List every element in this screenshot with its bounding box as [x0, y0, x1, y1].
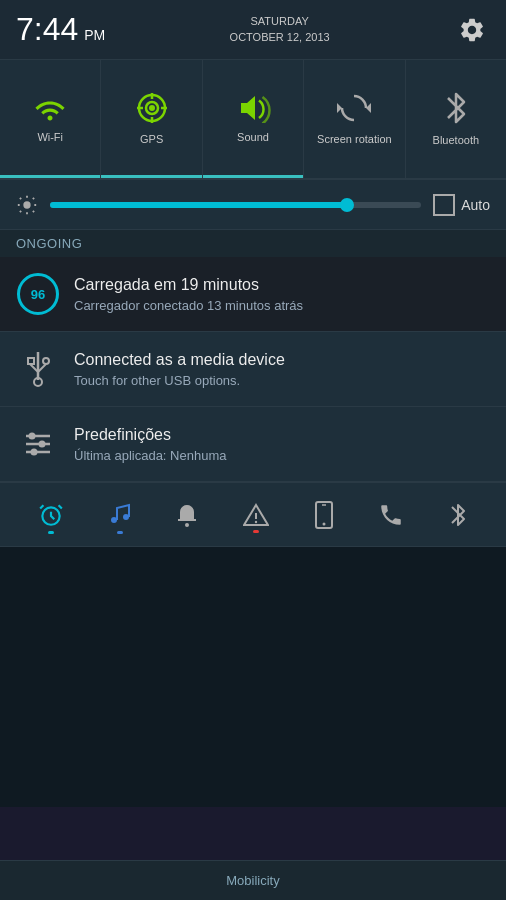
- svg-rect-14: [28, 358, 34, 364]
- warning-dot: [253, 530, 259, 533]
- svg-point-32: [322, 522, 325, 525]
- music-icon: [108, 502, 132, 528]
- bottom-icons-bar: [0, 482, 506, 547]
- call-icon-item[interactable]: [378, 502, 404, 528]
- bottom-bar: Mobilicity: [0, 860, 506, 900]
- svg-point-26: [185, 523, 189, 527]
- bluetooth2-icon-item[interactable]: [448, 501, 468, 529]
- battery-circle: 96: [17, 273, 59, 315]
- phone-icon: [313, 501, 335, 529]
- svg-point-20: [29, 433, 36, 440]
- svg-point-6: [149, 105, 155, 111]
- call-icon: [378, 502, 404, 528]
- warning-icon: [243, 503, 269, 527]
- time-ampm: PM: [84, 27, 105, 43]
- sliders-icon: [22, 428, 54, 460]
- battery-percent: 96: [31, 287, 45, 302]
- gps-label: GPS: [140, 133, 163, 146]
- notification-predef[interactable]: Predefinições Última aplicada: Nenhuma: [0, 407, 506, 482]
- gps-icon: [135, 91, 169, 125]
- time-block: 7:44 PM: [16, 11, 105, 48]
- svg-point-24: [111, 517, 117, 523]
- main-content-area: [0, 547, 506, 807]
- auto-checkbox[interactable]: [433, 194, 455, 216]
- ongoing-label: Ongoing: [16, 236, 82, 251]
- bluetooth-icon: [442, 90, 470, 126]
- qs-wifi-button[interactable]: Wi-Fi: [0, 60, 101, 178]
- settings-button[interactable]: [454, 12, 490, 48]
- bell-icon-item[interactable]: [175, 502, 199, 528]
- svg-point-15: [43, 358, 49, 364]
- svg-marker-7: [241, 96, 255, 120]
- usb-icon-wrap: [16, 347, 60, 391]
- notification-usb[interactable]: Connected as a media device Touch for ot…: [0, 332, 506, 407]
- auto-brightness-toggle[interactable]: Auto: [433, 194, 490, 216]
- qs-rotation-button[interactable]: Screen rotation: [304, 60, 405, 178]
- predef-notif-text: Predefinições Última aplicada: Nenhuma: [74, 425, 490, 463]
- gear-icon: [458, 16, 486, 44]
- time-display: 7:44: [16, 11, 78, 48]
- date-label: OCTOBER 12, 2013: [230, 30, 330, 45]
- phone-dot: [321, 532, 327, 535]
- qs-bluetooth-button[interactable]: Bluetooth: [406, 60, 506, 178]
- call-dot: [388, 531, 394, 534]
- sound-icon: [235, 93, 271, 123]
- status-bar: 7:44 PM SATURDAY OCTOBER 12, 2013: [0, 0, 506, 60]
- brightness-fill: [50, 202, 347, 208]
- usb-notif-text: Connected as a media device Touch for ot…: [74, 350, 490, 388]
- day-label: SATURDAY: [251, 14, 309, 29]
- usb-icon: [24, 350, 52, 388]
- date-block: SATURDAY OCTOBER 12, 2013: [230, 14, 330, 45]
- battery-icon-wrap: 96: [16, 272, 60, 316]
- qs-sound-button[interactable]: Sound: [203, 60, 304, 178]
- wifi-label: Wi-Fi: [37, 131, 63, 144]
- predef-notif-title: Predefinições: [74, 425, 490, 446]
- brightness-icon: [16, 194, 38, 216]
- quick-settings-panel: Wi-Fi GPS Sound: [0, 60, 506, 180]
- battery-notif-title: Carregada em 19 minutos: [74, 275, 490, 296]
- battery-notif-subtitle: Carregador conectado 13 minutos atrás: [74, 298, 490, 313]
- music-icon-item[interactable]: [108, 502, 132, 528]
- bell-icon: [175, 502, 199, 528]
- battery-notif-text: Carregada em 19 minutos Carregador conec…: [74, 275, 490, 313]
- usb-notif-title: Connected as a media device: [74, 350, 490, 371]
- usb-notif-subtitle: Touch for other USB options.: [74, 373, 490, 388]
- qs-gps-button[interactable]: GPS: [101, 60, 202, 178]
- carrier-label: Mobilicity: [226, 873, 279, 888]
- alarm-icon: [38, 502, 64, 528]
- rotation-icon: [337, 91, 371, 125]
- bluetooth2-dot: [455, 532, 461, 535]
- predef-notif-subtitle: Última aplicada: Nenhuma: [74, 448, 490, 463]
- auto-label: Auto: [461, 197, 490, 213]
- bell-dot: [184, 531, 190, 534]
- music-dot: [117, 531, 123, 534]
- notification-battery[interactable]: 96 Carregada em 19 minutos Carregador co…: [0, 257, 506, 332]
- svg-point-22: [31, 449, 38, 456]
- bluetooth-label: Bluetooth: [433, 134, 479, 147]
- rotation-label: Screen rotation: [317, 133, 392, 146]
- brightness-slider[interactable]: [50, 202, 421, 208]
- svg-point-21: [39, 441, 46, 448]
- brightness-row: Auto: [0, 180, 506, 230]
- alarm-dot: [48, 531, 54, 534]
- alarm-icon-item[interactable]: [38, 502, 64, 528]
- wifi-icon: [32, 93, 68, 123]
- svg-point-29: [255, 520, 257, 522]
- brightness-thumb: [340, 198, 354, 212]
- bluetooth2-icon: [448, 501, 468, 529]
- predef-icon-wrap: [16, 422, 60, 466]
- warning-icon-item[interactable]: [243, 503, 269, 527]
- ongoing-header: Ongoing: [0, 230, 506, 257]
- svg-point-10: [23, 201, 30, 208]
- phone-icon-item[interactable]: [313, 501, 335, 529]
- sound-label: Sound: [237, 131, 269, 144]
- svg-point-25: [123, 514, 129, 520]
